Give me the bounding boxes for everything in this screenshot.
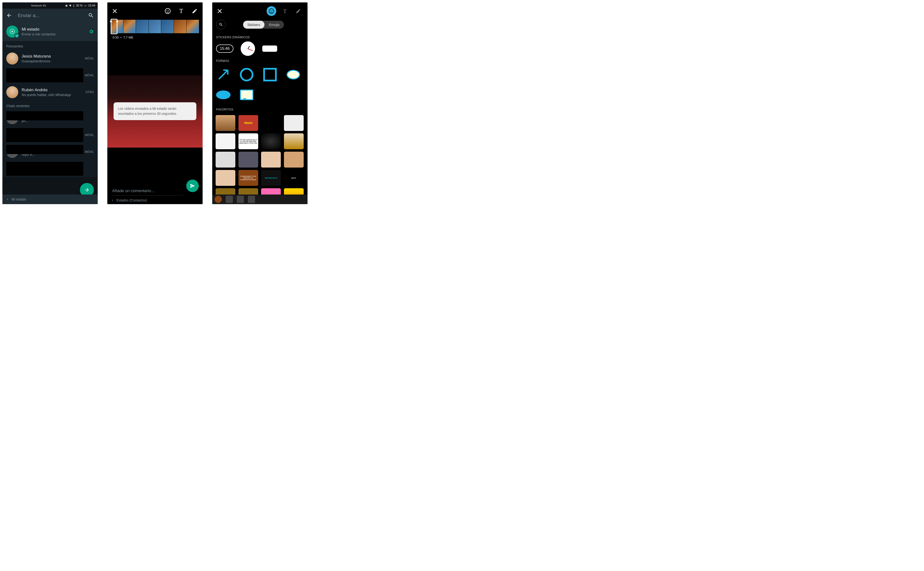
pack-item[interactable] xyxy=(226,196,233,203)
shape-speech-oval[interactable] xyxy=(216,88,231,102)
sticker-item[interactable] xyxy=(216,170,235,186)
shape-circle[interactable] xyxy=(239,67,254,82)
my-status-text: Mi estado Enviar a mis contactos xyxy=(22,27,89,36)
timeline-thumb xyxy=(123,20,136,33)
shape-arrow[interactable] xyxy=(216,67,231,82)
trim-handle[interactable] xyxy=(111,19,117,34)
recent-list: pri... MÓVIL nejor e... MÓVIL xyxy=(2,110,98,177)
contact-row[interactable]: nejor e... MÓVIL xyxy=(2,144,98,160)
sticker-item[interactable]: PROBLEMAS? CON DROGAS TE PODEMOS AYUDAR xyxy=(239,170,258,186)
shape-square[interactable] xyxy=(263,67,277,82)
my-status-row[interactable]: Mi estado Enviar a mis contactos xyxy=(2,22,98,41)
back-icon[interactable] xyxy=(6,12,12,18)
screen-sticker-picker: T Stickers Emojis STICKERS DINÁMICOS 15:… xyxy=(212,2,308,204)
sticker-item[interactable] xyxy=(261,152,281,168)
contact-row[interactable]: pri... xyxy=(2,110,98,127)
sticker-item[interactable]: UN PEO PA TI xyxy=(261,170,281,186)
sticker-item[interactable] xyxy=(284,152,304,168)
sticker-item[interactable] xyxy=(284,133,304,149)
gear-icon[interactable] xyxy=(89,29,94,34)
check-badge-icon xyxy=(14,33,19,38)
avatar xyxy=(6,86,18,98)
section-dynamic: STICKERS DINÁMICOS xyxy=(212,32,308,42)
text-tool[interactable]: T xyxy=(177,8,185,15)
my-status-avatar xyxy=(6,26,18,37)
caption-input[interactable]: Añade un comentario... xyxy=(111,187,183,196)
timeline-thumb xyxy=(136,20,149,33)
contact-type: MÓVIL xyxy=(85,74,94,77)
bottom-bar[interactable]: Mi estado xyxy=(2,194,98,204)
draw-tool[interactable] xyxy=(294,6,303,16)
shape-thought-bubble[interactable] xyxy=(286,67,300,82)
chevron-right-icon xyxy=(6,198,9,201)
sticker-pack-tray xyxy=(212,194,308,204)
sticker-item[interactable]: OYE ME QUEDA SOLO EL 99% DE BATERÍA, HAB… xyxy=(239,133,258,149)
recipient-footer[interactable]: Estados (Contactos) xyxy=(111,198,147,202)
clock-sticker[interactable] xyxy=(241,42,255,56)
sticker-tabs: Stickers Emojis xyxy=(212,20,308,32)
frequent-list: Jesús Maturana Guasapeandooooo MÓVIL MÓV… xyxy=(2,50,98,100)
carrier-label: finetwork 4G xyxy=(31,4,46,7)
sticker-item[interactable] xyxy=(216,133,235,149)
page-title: Enviar a... xyxy=(18,13,88,18)
close-icon[interactable] xyxy=(217,8,223,14)
send-button[interactable] xyxy=(186,180,199,192)
emoji-tool[interactable] xyxy=(266,6,276,16)
sticker-grid: TRUCU OYE ME QUEDA SOLO EL 99% DE BATERÍ… xyxy=(212,114,308,204)
sticker-item[interactable]: TRUCU xyxy=(239,115,258,131)
video-meta: 0:30 • 7,7 MB xyxy=(107,33,203,42)
redacted-block xyxy=(6,162,83,176)
my-status-subtitle: Enviar a mis contactos xyxy=(22,32,89,36)
svg-point-6 xyxy=(272,10,273,11)
section-shapes: FORMAS xyxy=(212,56,308,65)
sticker-item[interactable] xyxy=(239,152,258,168)
contact-row[interactable]: Jesús Maturana Guasapeandooooo MÓVIL xyxy=(2,50,98,67)
location-sticker[interactable] xyxy=(262,45,277,52)
contact-name: Jesús Maturana xyxy=(22,54,85,59)
shape-speech-rect[interactable] xyxy=(239,88,254,102)
search-button[interactable] xyxy=(216,20,226,29)
contact-type: MÓVIL xyxy=(85,57,94,60)
svg-point-3 xyxy=(168,10,169,11)
pack-item[interactable] xyxy=(215,196,222,203)
timeline-thumb xyxy=(161,20,174,33)
dynamic-stickers: 15:46 xyxy=(212,42,308,56)
pack-item[interactable] xyxy=(237,196,244,203)
svg-point-2 xyxy=(166,10,167,11)
search-icon[interactable] xyxy=(88,12,94,18)
timeline-thumb xyxy=(149,20,162,33)
video-preview[interactable]: Los vídeos enviados a Mi estado serán re… xyxy=(107,76,203,148)
video-timeline[interactable] xyxy=(111,20,199,33)
contact-row[interactable]: MÓVIL xyxy=(2,67,98,84)
sticker-item[interactable] xyxy=(284,115,304,131)
emoji-tool[interactable] xyxy=(164,8,171,15)
contact-row[interactable]: Rubén Andrés No puedo hablar, sólo Whats… xyxy=(2,84,98,100)
sticker-item[interactable] xyxy=(216,115,235,131)
section-favorites: FAVORITOS xyxy=(212,105,308,114)
contact-status: Guasapeandooooo xyxy=(22,59,85,63)
screen-send-to: finetwork 4G ◉ ✱ ▯ 30 % ▭ 15:44 Enviar a… xyxy=(2,2,98,204)
redacted-block xyxy=(6,111,83,120)
sticker-item[interactable] xyxy=(216,152,235,168)
pack-item[interactable] xyxy=(248,196,255,203)
video-duration: 0:30 xyxy=(112,35,119,39)
svg-point-1 xyxy=(165,8,170,14)
eye-icon: ◉ xyxy=(65,4,68,7)
contact-row[interactable]: MÓVIL xyxy=(2,127,98,144)
sticker-item[interactable]: poco xyxy=(284,170,304,186)
close-icon[interactable] xyxy=(112,8,118,14)
contact-type: OTRO xyxy=(85,91,94,94)
text-tool[interactable]: T xyxy=(280,6,290,16)
time-sticker[interactable]: 15:46 xyxy=(216,45,233,53)
contact-row[interactable] xyxy=(2,160,98,177)
tab-stickers[interactable]: Stickers xyxy=(243,21,265,29)
draw-tool[interactable] xyxy=(191,8,198,15)
section-recent: Chats recientes xyxy=(2,100,98,110)
tab-emojis[interactable]: Emojis xyxy=(265,21,284,29)
sticker-item[interactable] xyxy=(261,115,281,131)
editor-header: T xyxy=(107,2,203,20)
screen-video-editor: T 0:30 • 7,7 MB Los vídeos enviados a Mi… xyxy=(107,2,203,204)
contact-name: Rubén Andrés xyxy=(22,88,85,93)
sticker-item[interactable] xyxy=(261,133,281,149)
avatar xyxy=(6,52,18,65)
